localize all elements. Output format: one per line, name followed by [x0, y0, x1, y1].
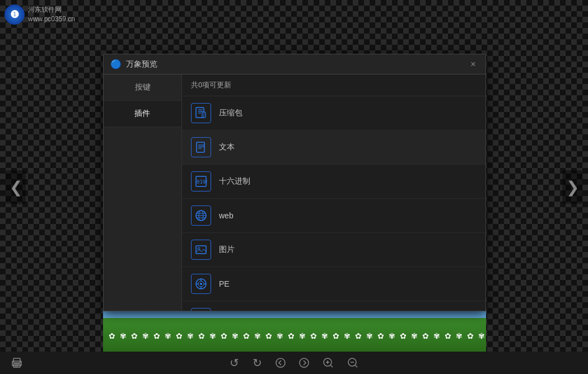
- plugin-icon-hex: 019F: [191, 171, 211, 191]
- svg-point-36: [300, 358, 309, 367]
- plugin-name-pe: PE: [219, 279, 230, 288]
- dialog-titlebar: 🔵 万象预览 ×: [104, 54, 486, 74]
- content-area: 共0项可更新 压缩包: [182, 74, 486, 311]
- redo-button[interactable]: ↻: [253, 356, 262, 370]
- plugin-item-hex[interactable]: 019F 十六进制: [182, 165, 486, 199]
- flowers: ✿ ✾ ✿ ✾ ✿ ✾ ✿ ✾ ✿ ✾ ✿ ✾ ✿ ✾ ✿ ✾ ✿ ✾ ✿ ✾ …: [103, 331, 486, 340]
- content-header: 共0项可更新: [182, 74, 486, 96]
- watermark: ❶ 河东软件网 www.pc0359.cn: [4, 4, 75, 25]
- plugin-name-hex: 十六进制: [219, 176, 250, 186]
- svg-rect-30: [13, 358, 20, 363]
- svg-point-21: [200, 283, 202, 285]
- plugin-name-img: 图片: [219, 245, 235, 255]
- nav-next-arrow[interactable]: ❯: [562, 170, 582, 204]
- svg-point-35: [276, 358, 285, 367]
- plugin-list: 压缩包 文本: [182, 96, 486, 311]
- sidebar: 按键 插件: [104, 74, 182, 311]
- dialog-close-button[interactable]: ×: [468, 59, 479, 70]
- svg-text:019F: 019F: [197, 179, 207, 185]
- next-page-button[interactable]: [299, 358, 309, 368]
- zoom-in-button[interactable]: [323, 357, 334, 368]
- plugin-icon-audio: [191, 308, 211, 311]
- watermark-text: 河东软件网 www.pc0359.cn: [28, 5, 75, 24]
- plugin-item-img[interactable]: 图片: [182, 233, 486, 267]
- plugin-item-audio[interactable]: 音频: [182, 301, 486, 311]
- plugin-item-pe[interactable]: PE: [182, 267, 486, 301]
- plugin-icon-web: [191, 205, 211, 226]
- dialog-title-icon: 🔵: [110, 59, 122, 69]
- plugin-icon-pe: [191, 274, 211, 294]
- site-name: 河东软件网: [28, 5, 75, 15]
- dialog-title-text: 万象预览: [126, 59, 157, 69]
- plugin-item-web[interactable]: web: [182, 199, 486, 233]
- plugin-icon-text: [191, 137, 211, 157]
- plugin-icon-img: [191, 240, 211, 260]
- undo-button[interactable]: ↺: [230, 356, 239, 370]
- nav-prev-arrow[interactable]: ❮: [6, 170, 26, 204]
- plugin-name-zip: 压缩包: [219, 108, 242, 118]
- svg-point-18: [198, 247, 200, 250]
- plugin-item-zip[interactable]: 压缩包: [182, 96, 486, 130]
- main-dialog: 🔵 万象预览 × 按键 插件 共0项可更新: [103, 54, 486, 311]
- sidebar-item-keys[interactable]: 按键: [104, 74, 181, 101]
- plugin-icon-zip: [191, 103, 211, 123]
- dialog-body: 按键 插件 共0项可更新: [104, 74, 486, 311]
- plugin-item-text[interactable]: 文本: [182, 130, 486, 165]
- prev-page-button[interactable]: [276, 358, 286, 368]
- watermark-logo: ❶: [4, 4, 25, 25]
- plugin-name-text: 文本: [219, 142, 235, 152]
- sidebar-item-plugins[interactable]: 插件: [104, 101, 181, 127]
- plugin-name-web: web: [219, 211, 234, 220]
- bottom-toolbar: ↺ ↻: [0, 352, 588, 374]
- zoom-out-button[interactable]: [347, 357, 358, 368]
- svg-line-40: [330, 365, 333, 367]
- svg-rect-6: [197, 142, 204, 152]
- site-url: www.pc0359.cn: [28, 15, 75, 24]
- svg-line-43: [355, 365, 357, 367]
- print-button[interactable]: [11, 357, 22, 368]
